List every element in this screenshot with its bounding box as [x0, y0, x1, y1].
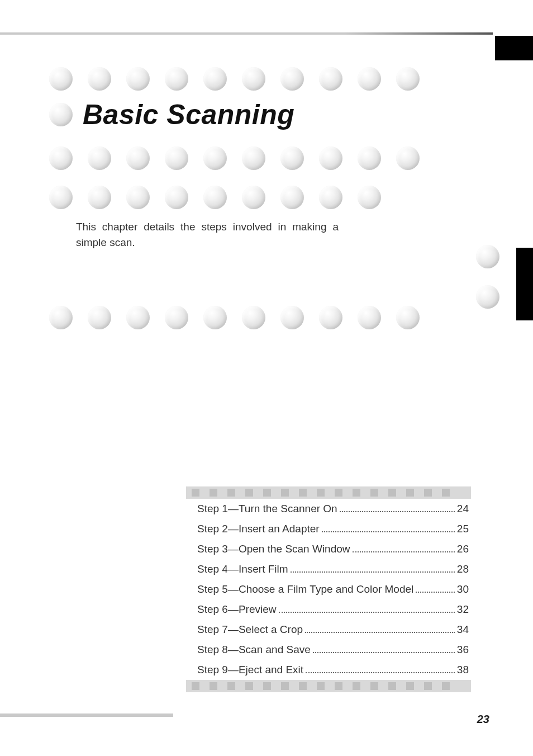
- toc-page: 34: [457, 623, 469, 636]
- dot-icon: [396, 306, 420, 329]
- toc-item[interactable]: Step 3—Open the Scan Window 26: [186, 539, 471, 559]
- toc-leader: [279, 612, 455, 613]
- toc-label: Step 7—Select a Crop: [197, 623, 303, 636]
- square-icon: [388, 489, 396, 497]
- dot-icon: [476, 285, 499, 309]
- table-of-contents: Step 1—Turn the Scanner On 24 Step 2—Ins…: [186, 486, 471, 692]
- toc-leader: [353, 551, 455, 552]
- dot-icon: [319, 147, 342, 170]
- dot-icon: [242, 186, 265, 209]
- square-icon: [442, 682, 450, 690]
- dot-icon: [242, 147, 265, 170]
- dot-icon: [242, 67, 265, 91]
- dot-icon: [165, 306, 188, 329]
- square-icon: [317, 682, 325, 690]
- toc-band-bottom: [186, 680, 471, 692]
- dot-icon: [280, 186, 304, 209]
- side-tab: [516, 248, 533, 320]
- toc-item[interactable]: Step 1—Turn the Scanner On 24: [186, 499, 471, 519]
- toc-leader: [416, 592, 455, 593]
- dot-icon: [49, 306, 73, 329]
- square-icon: [210, 682, 217, 690]
- decorative-dots-row-2: [49, 147, 489, 170]
- dot-icon: [126, 147, 150, 170]
- top-rule: [0, 32, 493, 35]
- square-icon: [299, 682, 307, 690]
- square-icon: [192, 682, 199, 690]
- square-icon: [192, 489, 199, 497]
- dot-icon: [203, 186, 227, 209]
- square-icon: [299, 489, 307, 497]
- square-icon: [370, 682, 378, 690]
- square-icon: [353, 489, 360, 497]
- dot-icon: [49, 147, 73, 170]
- toc-leader: [305, 632, 455, 633]
- toc-leader: [291, 571, 455, 573]
- decorative-dots-row-3: [49, 186, 489, 209]
- dot-icon: [242, 306, 265, 329]
- dot-icon: [88, 306, 111, 329]
- dot-icon: [165, 67, 188, 91]
- square-icon: [424, 489, 432, 497]
- dot-icon: [358, 147, 381, 170]
- square-icon: [335, 489, 342, 497]
- dot-icon: [358, 306, 381, 329]
- square-icon: [281, 682, 289, 690]
- square-icon: [263, 489, 271, 497]
- toc-leader: [313, 652, 455, 653]
- toc-label: Step 2—Insert an Adapter: [197, 523, 320, 535]
- dot-icon: [358, 67, 381, 91]
- toc-band-top: [186, 486, 471, 499]
- dot-icon: [396, 67, 420, 91]
- toc-item[interactable]: Step 2—Insert an Adapter 25: [186, 519, 471, 539]
- square-icon: [353, 682, 360, 690]
- square-icon: [210, 489, 217, 497]
- dot-icon: [280, 67, 304, 91]
- square-icon: [335, 682, 342, 690]
- toc-label: Step 8—Scan and Save: [197, 644, 311, 656]
- square-icon: [245, 489, 253, 497]
- toc-item[interactable]: Step 8—Scan and Save 36: [186, 640, 471, 660]
- toc-item[interactable]: Step 9—Eject and Exit 38: [186, 660, 471, 680]
- toc-page: 26: [457, 543, 469, 555]
- square-icon: [406, 489, 414, 497]
- toc-label: Step 6—Preview: [197, 603, 277, 616]
- toc-leader: [306, 672, 455, 673]
- toc-page: 28: [457, 563, 469, 575]
- toc-item[interactable]: Step 6—Preview 32: [186, 599, 471, 620]
- dot-icon: [358, 186, 381, 209]
- square-icon: [227, 682, 235, 690]
- toc-page: 36: [457, 644, 469, 656]
- dot-icon: [476, 245, 499, 268]
- dot-icon: [165, 186, 188, 209]
- dot-icon: [88, 186, 111, 209]
- toc-page: 25: [457, 523, 469, 535]
- toc-label: Step 9—Eject and Exit: [197, 664, 303, 676]
- toc-leader: [340, 511, 455, 512]
- toc-label: Step 1—Turn the Scanner On: [197, 503, 337, 515]
- dot-icon: [88, 147, 111, 170]
- dot-icon: [319, 67, 342, 91]
- intro-text: This chapter details the steps involved …: [76, 219, 339, 250]
- corner-tab: [495, 36, 533, 60]
- toc-item[interactable]: Step 7—Select a Crop 34: [186, 620, 471, 640]
- dot-icon: [396, 147, 420, 170]
- dot-icon: [319, 186, 342, 209]
- toc-item[interactable]: Step 5—Choose a Film Type and Color Mode…: [186, 579, 471, 599]
- dot-icon: [280, 306, 304, 329]
- dot-icon: [49, 103, 73, 126]
- dot-icon: [203, 67, 227, 91]
- toc-page: 24: [457, 503, 469, 515]
- left-rule: [0, 714, 173, 717]
- dot-icon: [165, 147, 188, 170]
- toc-page: 38: [457, 664, 469, 676]
- toc-page: 32: [457, 603, 469, 616]
- dot-icon: [203, 306, 227, 329]
- dot-icon: [126, 186, 150, 209]
- dot-icon: [88, 67, 111, 91]
- dot-icon: [126, 67, 150, 91]
- toc-item[interactable]: Step 4—Insert Film 28: [186, 559, 471, 579]
- page-title: Basic Scanning: [83, 98, 294, 131]
- toc-label: Step 3—Open the Scan Window: [197, 543, 350, 555]
- square-icon: [281, 489, 289, 497]
